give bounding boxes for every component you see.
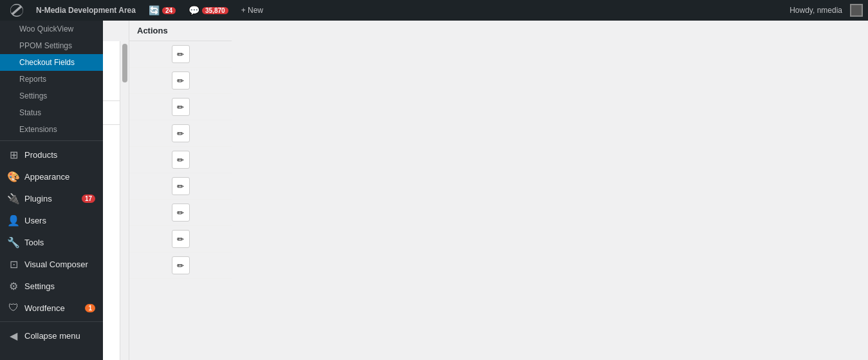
modal-scrollbar[interactable]	[120, 41, 129, 360]
visual-composer-icon: ⊡	[8, 258, 19, 270]
sidebar-item-collapse[interactable]: ◀ Collapse menu	[0, 325, 103, 346]
sidebar-item-products[interactable]: ⊞ Products	[0, 144, 103, 166]
sidebar-item-tools[interactable]: 🔧 Tools	[0, 231, 103, 253]
edit-button-1[interactable]: ✏	[172, 45, 190, 63]
visual-composer-label: Visual Composer	[24, 260, 88, 269]
sidebar-item-woo-quickview[interactable]: Woo QuickView	[0, 21, 103, 37]
users-icon: 👤	[8, 214, 19, 226]
tools-label: Tools	[24, 238, 44, 247]
action-row-8: ✏	[129, 226, 232, 252]
menu-separator-1	[0, 140, 103, 141]
settings-main-icon: ⚙	[8, 280, 19, 292]
plugins-badge: 17	[82, 194, 95, 203]
update-count-badge: 24	[162, 7, 176, 14]
modal-overlay: Text Input ⚙ Fields ⚙ Conditions	[103, 41, 129, 360]
action-row-3: ✏	[129, 94, 232, 120]
new-content-item[interactable]: + New	[236, 0, 268, 21]
admin-sidebar: Woo QuickView PPOM Settings Checkout Fie…	[0, 21, 103, 360]
updates-item[interactable]: 🔄 24	[143, 0, 181, 21]
sidebar-item-visual-composer[interactable]: ⊡ Visual Composer	[0, 253, 103, 275]
sidebar-item-settings[interactable]: Settings	[0, 88, 103, 104]
plugins-icon: 🔌	[8, 193, 19, 204]
edit-button-3[interactable]: ✏	[172, 98, 190, 116]
sidebar-item-users[interactable]: 👤 Users	[0, 209, 103, 231]
sidebar-item-ppom-settings[interactable]: PPOM Settings	[0, 37, 103, 54]
collapse-label: Collapse menu	[24, 331, 80, 341]
tools-icon: 🔧	[8, 236, 19, 248]
edit-button-8[interactable]: ✏	[172, 230, 190, 248]
edit-button-7[interactable]: ✏	[172, 204, 190, 222]
adminbar-right: Howdy, nmedia	[784, 4, 863, 17]
action-row-1: ✏	[129, 41, 232, 68]
products-icon: ⊞	[8, 149, 19, 160]
edit-button-9[interactable]: ✏	[172, 256, 190, 274]
edit-button-2[interactable]: ✏	[172, 71, 190, 90]
modal-dialog: Text Input ⚙ Fields ⚙ Conditions	[103, 41, 129, 360]
wordfence-icon: 🛡	[8, 302, 19, 314]
sidebar-item-appearance[interactable]: 🎨 Appearance	[0, 166, 103, 187]
main-content: Text Input ⚙ Fields ⚙ Conditions	[103, 41, 129, 360]
sidebar-item-settings-main[interactable]: ⚙ Settings	[0, 275, 103, 297]
products-label: Products	[24, 150, 57, 160]
action-row-6: ✏	[129, 173, 232, 200]
edit-button-6[interactable]: ✏	[172, 177, 190, 195]
users-label: Users	[24, 216, 46, 225]
edit-button-4[interactable]: ✏	[172, 124, 190, 142]
comment-count-badge: 35,870	[202, 7, 228, 14]
actions-header: Actions	[129, 21, 232, 41]
appearance-icon: 🎨	[8, 171, 19, 182]
screen-options[interactable]	[850, 4, 863, 17]
scrollbar-thumb[interactable]	[122, 44, 127, 82]
sidebar-item-checkout-fields[interactable]: Checkout Fields	[0, 54, 103, 71]
wordfence-badge: 1	[85, 304, 95, 312]
edit-button-5[interactable]: ✏	[172, 151, 190, 169]
action-row-5: ✏	[129, 147, 232, 173]
comments-item[interactable]: 💬 35,870	[183, 0, 234, 21]
settings-main-label: Settings	[24, 281, 55, 291]
wp-logo[interactable]	[5, 0, 28, 21]
site-name[interactable]: N-Media Development Area	[31, 0, 141, 21]
wordfence-label: Wordfence	[24, 303, 65, 313]
action-row-2: ✏	[129, 68, 232, 94]
actions-panel: Actions ✏ ✏ ✏ ✏ ✏ ✏ ✏ ✏ ✏	[129, 21, 232, 360]
appearance-label: Appearance	[24, 172, 69, 182]
action-row-7: ✏	[129, 200, 232, 226]
sidebar-item-status[interactable]: Status	[0, 104, 103, 121]
sidebar-item-wordfence[interactable]: 🛡 Wordfence 1	[0, 297, 103, 319]
menu-separator-2	[0, 321, 103, 322]
action-row-9: ✏	[129, 252, 232, 279]
howdy-text: Howdy, nmedia	[784, 6, 847, 15]
sidebar-item-reports[interactable]: Reports	[0, 71, 103, 88]
action-row-4: ✏	[129, 120, 232, 147]
admin-bar: N-Media Development Area 🔄 24 💬 35,870 +…	[0, 0, 868, 21]
sidebar-item-plugins[interactable]: 🔌 Plugins 17	[0, 187, 103, 209]
plugins-label: Plugins	[24, 194, 52, 204]
sidebar-item-extensions[interactable]: Extensions	[0, 121, 103, 138]
collapse-icon: ◀	[8, 330, 19, 341]
